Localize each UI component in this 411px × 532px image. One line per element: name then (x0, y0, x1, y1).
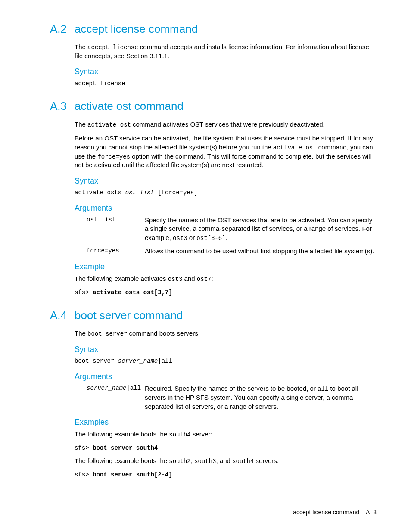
inline-code: activate ost (87, 121, 131, 128)
example-intro: The following example boots the south2, … (75, 457, 377, 466)
section-number: A.4 (34, 308, 75, 323)
inline-code: ost3 (168, 276, 183, 283)
section-heading: A.3 activate ost command (34, 99, 377, 114)
inline-code: boot server (87, 330, 127, 337)
argument-name: force=yes (87, 247, 145, 255)
inline-code: accept license (87, 44, 138, 51)
footer-text: accept license command (293, 509, 359, 516)
section-title: boot server command (75, 308, 183, 323)
inline-code: all (318, 386, 328, 392)
page-number: A–3 (366, 509, 377, 516)
section-content: The activate ost command activates OST s… (75, 120, 377, 297)
example-intro: The following example activates ost3 and… (75, 274, 377, 283)
section-a3: A.3 activate ost command The activate os… (34, 99, 377, 296)
section-heading: A.2 accept license command (34, 22, 377, 37)
example-intro: The following example boots the south4 s… (75, 430, 377, 439)
syntax-code: boot server server_name|all (75, 357, 377, 365)
argument-name: ost_list (87, 216, 145, 242)
argument-row: server_name|all Required. Specify the na… (87, 384, 377, 411)
syntax-heading: Syntax (75, 344, 377, 355)
arguments-table: ost_list Specify the names of the OST se… (87, 216, 377, 255)
paragraph: Before an OST service can be activated, … (75, 134, 377, 169)
argument-description: Required. Specify the names of the serve… (145, 384, 377, 411)
intro-paragraph: The activate ost command activates OST s… (75, 120, 377, 129)
example-heading: Example (75, 261, 377, 272)
inline-code: south3 (194, 458, 216, 465)
inline-code: activate ost (273, 144, 317, 151)
syntax-heading: Syntax (75, 66, 377, 77)
section-number: A.3 (34, 99, 75, 114)
syntax-heading: Syntax (75, 176, 377, 186)
inline-code: south2 (169, 458, 190, 465)
section-a4: A.4 boot server command The boot server … (34, 308, 377, 479)
examples-heading: Examples (75, 417, 377, 427)
page-footer: accept license command A–3 (293, 508, 377, 516)
inline-code: south4 (232, 458, 254, 465)
section-heading: A.4 boot server command (34, 308, 377, 323)
section-content: The accept license command accepts and i… (75, 43, 377, 87)
intro-paragraph: The boot server command boots servers. (75, 329, 377, 338)
argument-row: force=yes Allows the command to be used … (87, 247, 377, 255)
example-command: sfs> boot server south4 (75, 444, 377, 452)
inline-code: ost7 (197, 276, 212, 283)
argument-description: Specify the names of the OST services th… (145, 216, 377, 242)
arguments-heading: Arguments (75, 203, 377, 213)
section-title: accept license command (75, 22, 198, 37)
argument-row: ost_list Specify the names of the OST se… (87, 216, 377, 242)
argument-description: Allows the command to be used without fi… (145, 247, 377, 255)
example-command: sfs> activate osts ost[3,7] (75, 289, 377, 297)
inline-code: ost3 (173, 235, 187, 242)
argument-name: server_name|all (87, 384, 145, 411)
section-number: A.2 (34, 22, 75, 37)
example-command: sfs> boot server south[2-4] (75, 471, 377, 479)
inline-code: force=yes (97, 153, 130, 160)
section-title: activate ost command (75, 99, 184, 114)
section-a2: A.2 accept license command The accept li… (34, 22, 377, 87)
section-content: The boot server command boots servers. S… (75, 329, 377, 479)
inline-code: south4 (169, 431, 190, 438)
arguments-table: server_name|all Required. Specify the na… (87, 384, 377, 411)
inline-code: ost[3-6] (196, 235, 225, 242)
arguments-heading: Arguments (75, 371, 377, 382)
syntax-code: activate osts ost_list [force=yes] (75, 189, 377, 197)
intro-paragraph: The accept license command accepts and i… (75, 43, 377, 60)
syntax-code: accept license (75, 80, 377, 88)
